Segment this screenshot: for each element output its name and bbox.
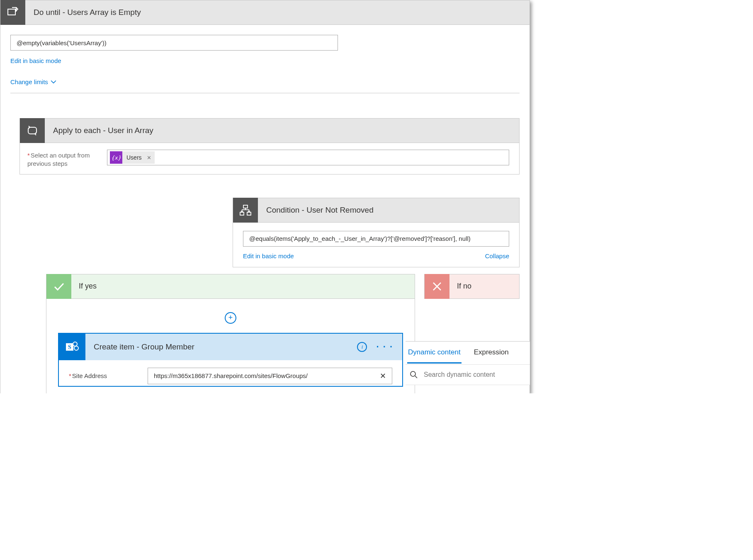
check-icon bbox=[46, 274, 71, 299]
more-menu-icon[interactable]: · · · bbox=[376, 342, 393, 352]
if-yes-body: + S bbox=[46, 299, 415, 394]
site-address-value: https://m365x186877.sharepoint.com/sites… bbox=[154, 372, 308, 379]
condition-title: Condition - User Not Removed bbox=[258, 206, 374, 215]
if-no-label: If no bbox=[449, 282, 471, 291]
condition-edit-basic-link[interactable]: Edit in basic mode bbox=[243, 252, 294, 259]
create-item-title: Create item - Group Member bbox=[85, 342, 357, 352]
condition-collapse-link[interactable]: Collapse bbox=[485, 252, 509, 259]
token-label: Users bbox=[122, 154, 146, 161]
condition-header[interactable]: Condition - User Not Removed bbox=[233, 198, 520, 223]
users-token[interactable]: {x} Users ✕ bbox=[110, 151, 155, 164]
svg-point-15 bbox=[411, 371, 415, 376]
tab-dynamic-content[interactable]: Dynamic content bbox=[407, 342, 462, 364]
do-until-expression-input[interactable] bbox=[10, 35, 338, 51]
if-no-header[interactable]: If no bbox=[424, 274, 520, 299]
create-item-action: S Create item - Group Member i · · · bbox=[58, 333, 403, 387]
sharepoint-icon: S bbox=[59, 334, 85, 360]
if-yes-label: If yes bbox=[71, 282, 97, 291]
apply-to-each-header[interactable]: Apply to each - User in Array bbox=[19, 118, 520, 143]
select-output-input[interactable]: {x} Users ✕ bbox=[107, 150, 509, 165]
select-output-label: *Select an output from previous steps bbox=[27, 150, 107, 168]
dynamic-search-input[interactable] bbox=[424, 371, 526, 378]
create-item-body: *Site Address https://m365x186877.sharep… bbox=[59, 360, 402, 386]
x-icon bbox=[425, 274, 449, 299]
svg-rect-0 bbox=[8, 9, 15, 15]
edit-basic-mode-link[interactable]: Edit in basic mode bbox=[10, 57, 61, 64]
svg-rect-2 bbox=[243, 205, 248, 208]
dynamic-content-panel: Dynamic content Expression bbox=[406, 341, 530, 385]
site-address-input[interactable]: https://m365x186877.sharepoint.com/sites… bbox=[148, 368, 392, 384]
tab-expression[interactable]: Expression bbox=[473, 342, 510, 364]
svg-line-16 bbox=[415, 376, 417, 378]
change-limits-label: Change limits bbox=[10, 78, 48, 85]
add-action-button[interactable]: + bbox=[225, 312, 236, 324]
do-until-header[interactable]: Do until - Users Array is Empty bbox=[0, 0, 530, 25]
chevron-down-icon bbox=[51, 79, 56, 85]
clear-icon[interactable]: ✕ bbox=[378, 371, 388, 381]
info-icon[interactable]: i bbox=[357, 342, 367, 352]
condition-body: Edit in basic mode Collapse bbox=[233, 223, 520, 267]
do-until-title: Do until - Users Array is Empty bbox=[25, 8, 141, 17]
search-icon bbox=[410, 371, 418, 379]
expression-badge-icon: {x} bbox=[110, 151, 122, 164]
change-limits-link[interactable]: Change limits bbox=[10, 78, 56, 85]
dynamic-search-row bbox=[406, 365, 530, 385]
loop-icon bbox=[20, 118, 45, 143]
svg-point-11 bbox=[73, 342, 77, 346]
do-until-icon bbox=[0, 0, 25, 25]
create-item-header[interactable]: S Create item - Group Member i · · · bbox=[59, 334, 402, 360]
if-yes-header[interactable]: If yes bbox=[46, 274, 415, 299]
do-until-body: Edit in basic mode Change limits Apply t… bbox=[0, 25, 530, 393]
apply-to-each-title: Apply to each - User in Array bbox=[45, 126, 153, 135]
token-remove-icon[interactable]: ✕ bbox=[146, 155, 155, 161]
condition-expression-input[interactable] bbox=[243, 231, 509, 247]
svg-text:S: S bbox=[68, 344, 71, 350]
apply-to-each-body: *Select an output from previous steps {x… bbox=[19, 143, 520, 175]
condition-icon bbox=[233, 198, 258, 223]
svg-point-12 bbox=[74, 346, 78, 350]
site-address-label: *Site Address bbox=[69, 372, 148, 379]
